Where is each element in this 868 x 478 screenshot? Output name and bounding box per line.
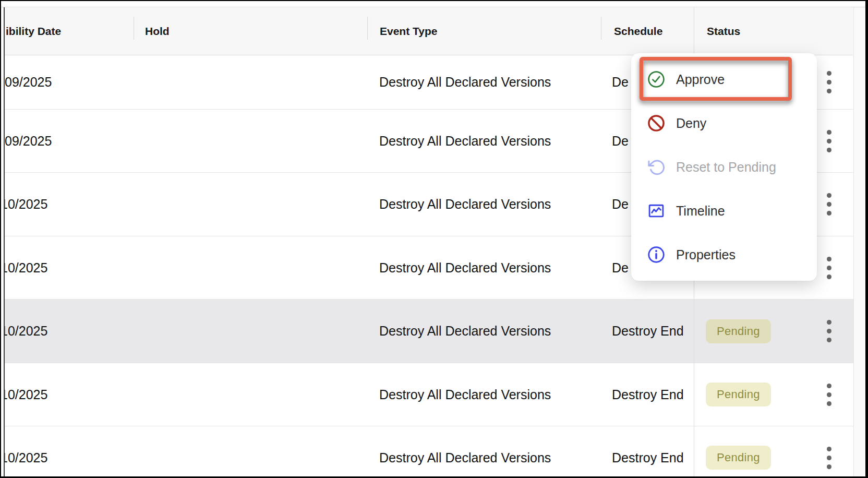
row-actions-kebab-button[interactable]	[816, 363, 841, 426]
table-row[interactable]: 10/2025 Destroy All Declared Versions De…	[5, 426, 853, 478]
cell-event-type: Destroy All Declared Versions	[379, 173, 609, 236]
cell-event-type: Destroy All Declared Versions	[379, 300, 609, 363]
cell-schedule: Destroy End	[612, 300, 694, 363]
cell-status: Pending	[694, 363, 819, 426]
menu-item-deny[interactable]: Deny	[631, 101, 817, 145]
cell-schedule: Destroy End	[612, 363, 694, 426]
info-icon	[647, 245, 666, 264]
status-badge: Pending	[706, 446, 771, 470]
status-badge: Pending	[706, 319, 771, 343]
cell-hold	[145, 55, 369, 109]
cell-event-type: Destroy All Declared Versions	[379, 110, 609, 172]
column-header-hold: Hold	[145, 8, 170, 55]
table-top-border	[1, 7, 865, 7]
column-header-schedule: Schedule	[614, 8, 662, 55]
context-menu-items: Approve Deny Reset to Pending Timeline P…	[631, 57, 817, 277]
cell-eligibility-date: 10/2025	[5, 426, 127, 478]
cell-hold	[145, 236, 369, 299]
cell-hold	[145, 426, 369, 478]
records-table-screenshot: ibility DateHoldEvent TypeScheduleStatus…	[0, 0, 868, 478]
cell-hold	[145, 363, 369, 426]
column-divider	[134, 17, 134, 40]
cell-schedule: Destroy End	[612, 426, 694, 478]
cell-eligibility-date: 10/2025	[5, 363, 127, 426]
cell-hold	[145, 300, 369, 363]
menu-item-approve[interactable]: Approve	[631, 57, 817, 101]
column-header-event-type: Event Type	[380, 8, 437, 55]
row-actions-kebab-button[interactable]	[816, 173, 841, 236]
column-header-eligibility-date: ibility Date	[6, 8, 61, 55]
left-clipped-edge	[4, 7, 5, 476]
cell-status: Pending	[694, 426, 819, 478]
row-actions-kebab-button[interactable]	[816, 55, 841, 109]
timeline-chart-icon	[647, 201, 666, 220]
check-circle-icon	[647, 70, 666, 89]
cell-event-type: Destroy All Declared Versions	[379, 55, 609, 109]
menu-item-properties[interactable]: Properties	[631, 233, 817, 277]
rotate-ccw-icon	[647, 158, 666, 176]
row-actions-kebab-button[interactable]	[816, 426, 841, 478]
column-divider	[367, 17, 368, 40]
cell-eligibility-date: 10/2025	[5, 236, 127, 299]
cell-eligibility-date: 09/2025	[5, 110, 127, 172]
row-actions-kebab-button[interactable]	[816, 236, 841, 299]
cell-hold	[145, 173, 369, 236]
block-icon	[647, 114, 666, 133]
table-header: ibility DateHoldEvent TypeScheduleStatus	[5, 8, 853, 55]
table-row[interactable]: 10/2025 Destroy All Declared Versions De…	[5, 300, 853, 363]
cell-event-type: Destroy All Declared Versions	[379, 426, 609, 478]
cell-eligibility-date: 10/2025	[5, 173, 127, 236]
cell-eligibility-date: 09/2025	[5, 55, 127, 109]
column-divider	[601, 17, 601, 40]
cell-hold	[145, 110, 369, 172]
cell-status: Pending	[694, 300, 819, 363]
row-actions-kebab-button[interactable]	[816, 110, 841, 172]
menu-item-reset-to-pending[interactable]: Reset to Pending	[631, 145, 817, 189]
cell-event-type: Destroy All Declared Versions	[379, 236, 609, 299]
cell-event-type: Destroy All Declared Versions	[379, 363, 609, 426]
status-badge: Pending	[706, 383, 771, 407]
row-actions-kebab-button[interactable]	[816, 300, 841, 363]
table-row[interactable]: 10/2025 Destroy All Declared Versions De…	[5, 363, 853, 426]
menu-item-timeline[interactable]: Timeline	[631, 189, 817, 233]
cell-eligibility-date: 10/2025	[5, 300, 127, 363]
context-menu: Approve Deny Reset to Pending Timeline P…	[631, 53, 817, 281]
column-header-status: Status	[707, 8, 740, 55]
frame-border-right	[865, 0, 868, 478]
frame-border-left	[0, 0, 1, 478]
frame-border-top	[0, 0, 868, 1]
right-gutter	[853, 7, 866, 476]
